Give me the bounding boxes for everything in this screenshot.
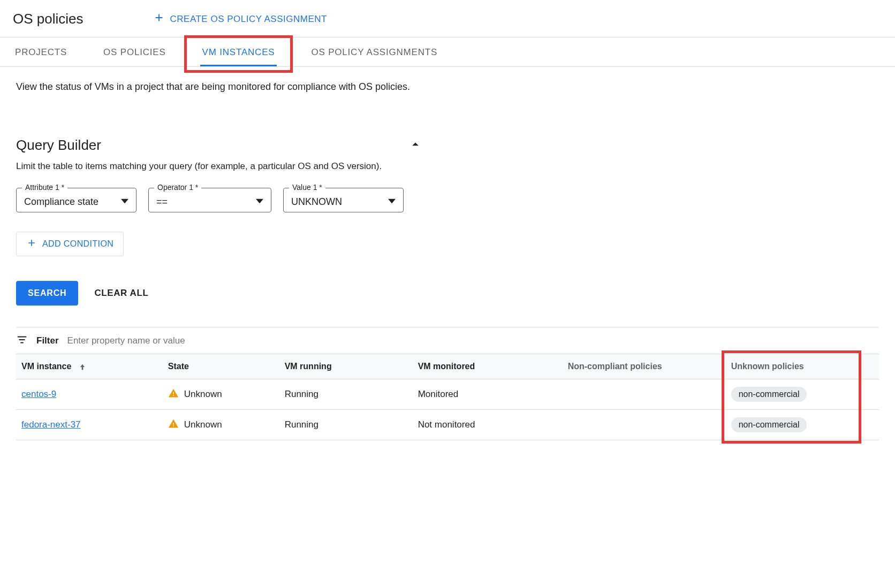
filter-icon <box>16 334 28 347</box>
value-label: Value 1 * <box>289 183 325 192</box>
add-condition-button[interactable]: ADD CONDITION <box>16 232 124 256</box>
vm-link[interactable]: centos-9 <box>21 389 56 399</box>
dropdown-icon <box>388 197 396 207</box>
value-select[interactable]: Value 1 * UNKNOWN <box>283 188 404 212</box>
query-title: Query Builder <box>16 137 101 154</box>
chevron-up-icon <box>408 145 423 154</box>
monitored-text: Not monitored <box>413 410 563 440</box>
create-assignment-button[interactable]: CREATE OS POLICY ASSIGNMENT <box>153 12 327 26</box>
state-cell: Unknown <box>168 388 274 401</box>
filter-bar: Filter <box>16 327 879 354</box>
attribute-select[interactable]: Attribute 1 * Compliance state <box>16 188 136 212</box>
dropdown-icon <box>121 197 128 207</box>
operator-label: Operator 1 * <box>154 183 201 192</box>
page-title: OS policies <box>13 11 84 27</box>
highlight-annotation <box>184 35 293 73</box>
operator-value: == <box>156 196 168 208</box>
attribute-value: Compliance state <box>24 196 98 208</box>
collapse-toggle[interactable] <box>408 137 423 154</box>
attribute-label: Attribute 1 * <box>22 183 67 192</box>
col-noncompliant[interactable]: Non-compliant policies <box>563 354 726 379</box>
tabs-bar: PROJECTS OS POLICIES VM INSTANCES OS POL… <box>0 37 895 67</box>
noncompliant-cell <box>563 410 726 440</box>
highlight-annotation <box>722 350 861 444</box>
content: View the status of VMs in a project that… <box>0 67 895 453</box>
query-header: Query Builder <box>16 137 423 154</box>
col-running[interactable]: VM running <box>279 354 413 379</box>
search-button[interactable]: SEARCH <box>16 281 78 306</box>
header: OS policies CREATE OS POLICY ASSIGNMENT <box>0 0 895 37</box>
running-text: Running <box>279 410 413 440</box>
monitored-text: Monitored <box>413 379 563 410</box>
add-condition-label: ADD CONDITION <box>42 239 113 249</box>
query-row: Attribute 1 * Compliance state Operator … <box>16 188 879 212</box>
warning-icon <box>168 388 179 401</box>
warning-icon <box>168 418 179 432</box>
query-actions: SEARCH CLEAR ALL <box>16 281 879 306</box>
plus-icon <box>26 238 37 250</box>
operator-select[interactable]: Operator 1 * == <box>148 188 271 212</box>
filter-label: Filter <box>36 335 59 346</box>
clear-all-button[interactable]: CLEAR ALL <box>94 288 148 299</box>
plus-icon <box>153 12 165 26</box>
vm-link[interactable]: fedora-next-37 <box>21 419 81 430</box>
running-text: Running <box>279 379 413 410</box>
page-description: View the status of VMs in a project that… <box>16 80 455 94</box>
col-spacer <box>859 354 879 379</box>
tab-os-policies[interactable]: OS POLICIES <box>101 37 168 66</box>
col-monitored[interactable]: VM monitored <box>413 354 563 379</box>
col-vm-instance[interactable]: VM instance <box>16 354 163 379</box>
tab-projects[interactable]: PROJECTS <box>13 37 69 66</box>
sort-up-icon <box>74 362 87 371</box>
value-value: UNKNOWN <box>291 196 342 208</box>
table-wrap: VM instance State VM running VM monitore… <box>16 354 879 440</box>
tab-assignments[interactable]: OS POLICY ASSIGNMENTS <box>309 37 439 66</box>
noncompliant-cell <box>563 379 726 410</box>
query-description: Limit the table to items matching your q… <box>16 161 879 172</box>
filter-input[interactable] <box>67 335 879 346</box>
col-state[interactable]: State <box>163 354 279 379</box>
col-vm-label: VM instance <box>21 362 71 371</box>
dropdown-icon <box>256 197 263 207</box>
state-cell: Unknown <box>168 418 274 432</box>
state-text: Unknown <box>184 419 222 430</box>
create-assignment-label: CREATE OS POLICY ASSIGNMENT <box>170 14 327 25</box>
state-text: Unknown <box>184 389 222 400</box>
